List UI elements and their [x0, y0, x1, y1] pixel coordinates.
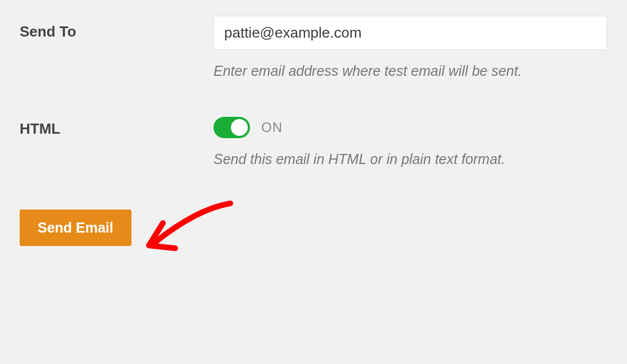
send-to-label-col: Send To	[20, 16, 213, 42]
button-row: Send Email	[0, 189, 627, 266]
html-field-col: ON Send this email in HTML or in plain t…	[213, 117, 607, 169]
send-to-input[interactable]	[213, 16, 607, 50]
send-to-field-col: Enter email address where test email wil…	[213, 16, 607, 81]
html-toggle-holder: ON	[213, 117, 607, 138]
send-to-row: Send To Enter email address where test e…	[0, 0, 627, 101]
html-helper: Send this email in HTML or in plain text…	[213, 149, 607, 169]
toggle-knob-icon	[231, 119, 248, 136]
html-label: HTML	[20, 120, 60, 137]
send-to-helper: Enter email address where test email wil…	[213, 61, 607, 81]
html-label-col: HTML	[20, 117, 213, 139]
html-toggle[interactable]	[213, 117, 250, 138]
arrow-annotation-icon	[140, 198, 242, 265]
html-toggle-state-label: ON	[261, 120, 283, 135]
send-to-label: Send To	[20, 23, 76, 40]
html-toggle-row: HTML ON Send this email in HTML or in pl…	[0, 101, 627, 189]
send-email-button[interactable]: Send Email	[20, 210, 131, 246]
